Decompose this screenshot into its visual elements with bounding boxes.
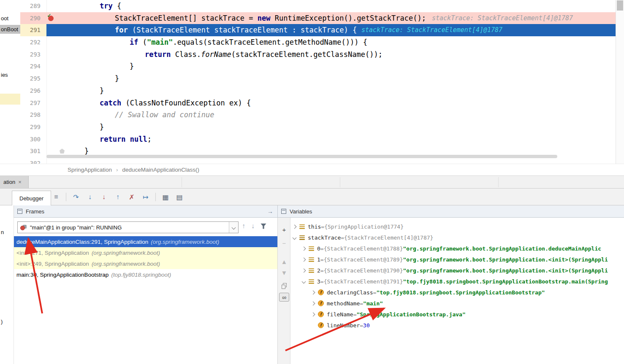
breakpoint-icon[interactable]: ✓	[48, 16, 54, 21]
copy-stack-button[interactable]	[278, 281, 290, 291]
chevron-collapsed-icon[interactable]	[311, 312, 315, 316]
thread-selector-dropdown[interactable]: "main"@1 in group "main": RUNNING	[17, 221, 239, 233]
variable-row[interactable]: 2 = {StackTraceElement@1790} "org.spring…	[290, 265, 624, 276]
scroll-down-button[interactable]: ▼	[278, 267, 290, 278]
variable-name: stackTrace	[308, 235, 341, 241]
variable-row[interactable]: fdeclaringClass = "top.fjy8018.springboo…	[290, 287, 624, 298]
variable-row[interactable]: stackTrace = {StackTraceElement[4]@1787}	[290, 232, 624, 243]
variable-name: this	[308, 224, 321, 230]
code-token: }	[115, 74, 119, 83]
view-breakpoints-icon[interactable]: ▦	[160, 191, 171, 202]
variable-string-value: "main"	[363, 300, 383, 307]
chevron-collapsed-icon[interactable]	[302, 268, 306, 272]
scrollbar-thumb[interactable]	[617, 0, 623, 11]
code-line-296[interactable]: 296}	[20, 85, 624, 97]
line-number: 293	[20, 49, 46, 61]
code-token: null	[130, 135, 147, 143]
code-line-295[interactable]: 295}	[20, 73, 624, 85]
value-icon	[309, 246, 314, 251]
variable-row[interactable]: fmethodName = "main"	[290, 298, 624, 309]
tab-run-configuration[interactable]: ation ×	[0, 176, 29, 188]
tool-window-tab-strip: ation ×	[0, 176, 624, 189]
run-to-cursor-icon[interactable]: ↦	[140, 191, 151, 202]
inline-debug-hint: stackTrace: StackTraceElement[4]@1787	[432, 12, 573, 24]
remove-button[interactable]: −	[278, 238, 290, 248]
prev-frame-button[interactable]: ↑	[242, 222, 245, 230]
scroll-up-button[interactable]: ▲	[278, 256, 290, 267]
vertical-scrollbar[interactable]	[616, 0, 624, 164]
chevron-collapsed-icon[interactable]	[293, 224, 297, 229]
float-window-icon[interactable]: →	[267, 208, 273, 215]
code-token: (	[138, 38, 147, 46]
code-token: ;	[147, 135, 152, 143]
breadcrumb-method[interactable]: deduceMainApplicationClass()	[122, 167, 199, 173]
tab-debugger[interactable]: Debugger	[12, 191, 51, 205]
clipped-tree-item: onBoot	[0, 25, 20, 34]
code-token: catch	[100, 99, 121, 107]
code-line-290[interactable]: 290✓StackTraceElement[] stackTrace = new…	[20, 12, 624, 24]
code-token: }	[100, 123, 104, 131]
code-token: if	[130, 38, 138, 46]
toolbar-separator	[66, 193, 66, 201]
code-token: .equals(stackTraceElement.getMethodName(…	[173, 38, 367, 46]
code-line-291[interactable]: 291for (StackTraceElement stackTraceElem…	[20, 24, 624, 36]
code-editor[interactable]: 289try {290✓StackTraceElement[] stackTra…	[20, 0, 624, 164]
frame-package: (org.springframework.boot)	[92, 250, 160, 256]
add-button[interactable]: +	[278, 224, 290, 235]
chevron-expanded-icon[interactable]	[293, 235, 297, 240]
variable-reference: {SpringApplication@1774}	[324, 224, 404, 230]
field-icon: f	[318, 300, 324, 306]
code-line-300[interactable]: 300return null;	[20, 133, 624, 146]
code-token: "main"	[147, 38, 173, 46]
step-over-icon[interactable]: ↷	[71, 191, 81, 202]
variables-panel-title: Variables	[290, 208, 312, 215]
force-step-into-icon[interactable]: ↓	[98, 191, 109, 202]
chevron-collapsed-icon[interactable]	[311, 290, 315, 294]
code-line-299[interactable]: 299}	[20, 121, 624, 133]
dropdown-chevron-icon[interactable]	[229, 222, 238, 233]
variables-panel: this = {SpringApplication@1774}stackTrac…	[290, 218, 624, 364]
code-line-297[interactable]: 297catch (ClassNotFoundException ex) {	[20, 97, 624, 109]
show-values-toggle[interactable]: ∞	[279, 293, 289, 302]
code-line-293[interactable]: 293return Class.forName(stackTraceElemen…	[20, 49, 624, 61]
variable-name: 0	[317, 245, 320, 252]
chevron-expanded-icon[interactable]	[302, 279, 306, 283]
horizontal-scrollbar[interactable]	[46, 155, 557, 158]
frames-panel-icon	[17, 209, 22, 214]
frame-row[interactable]: <init>:271, SpringApplication(org.spring…	[14, 247, 277, 258]
code-line-294[interactable]: 294}	[20, 60, 624, 73]
frame-method: <init>:249, SpringApplication	[16, 261, 89, 267]
frame-row[interactable]: deduceMainApplicationClass:291, SpringAp…	[14, 236, 277, 247]
breadcrumb-class[interactable]: SpringApplication	[68, 167, 112, 173]
code-line-289[interactable]: 289try {	[20, 0, 624, 12]
step-into-icon[interactable]: ↓	[84, 191, 95, 202]
variable-row[interactable]: ffileName = "SpringApplicationBootstrap.…	[290, 309, 624, 320]
code-token	[125, 135, 130, 143]
mute-breakpoints-icon[interactable]: ▤	[174, 191, 185, 202]
clipped-tree-item: oot	[0, 14, 20, 23]
code-token: for	[115, 26, 128, 34]
drop-frame-icon[interactable]: ✗	[126, 191, 137, 202]
variable-row[interactable]: 3 = {StackTraceElement@1791} "top.fjy801…	[290, 276, 624, 287]
next-frame-button[interactable]: ↓	[251, 222, 255, 230]
frame-row[interactable]: main:30, SpringApplicationBootstrap(top.…	[14, 269, 277, 280]
code-line-298[interactable]: 298// Swallow and continue	[20, 109, 624, 121]
chevron-collapsed-icon[interactable]	[302, 257, 306, 262]
variable-row[interactable]: flineNumber = 30	[290, 320, 624, 331]
variable-row[interactable]: this = {SpringApplication@1774}	[290, 221, 624, 232]
code-token: {	[113, 2, 121, 10]
variable-row[interactable]: 1 = {StackTraceElement@1789} "org.spring…	[290, 254, 624, 265]
chevron-collapsed-icon[interactable]	[302, 246, 306, 251]
variable-row[interactable]: 0 = {StackTraceElement@1788} "org.spring…	[290, 243, 624, 254]
tab-debugger-label: Debugger	[19, 195, 43, 202]
filter-frames-button[interactable]	[260, 224, 266, 229]
frames-toolbar: ↑↓	[242, 222, 266, 230]
chevron-collapsed-icon[interactable]	[311, 301, 315, 305]
threads-view-icon[interactable]: ≡	[51, 191, 62, 202]
code-line-292[interactable]: 292if ("main".equals(stackTraceElement.g…	[20, 36, 624, 49]
code-token: }	[130, 62, 134, 70]
line-number: 289	[20, 0, 46, 12]
frame-row[interactable]: <init>:249, SpringApplication(org.spring…	[14, 258, 277, 269]
step-out-icon[interactable]: ↑	[112, 191, 123, 202]
close-icon[interactable]: ×	[18, 179, 22, 185]
